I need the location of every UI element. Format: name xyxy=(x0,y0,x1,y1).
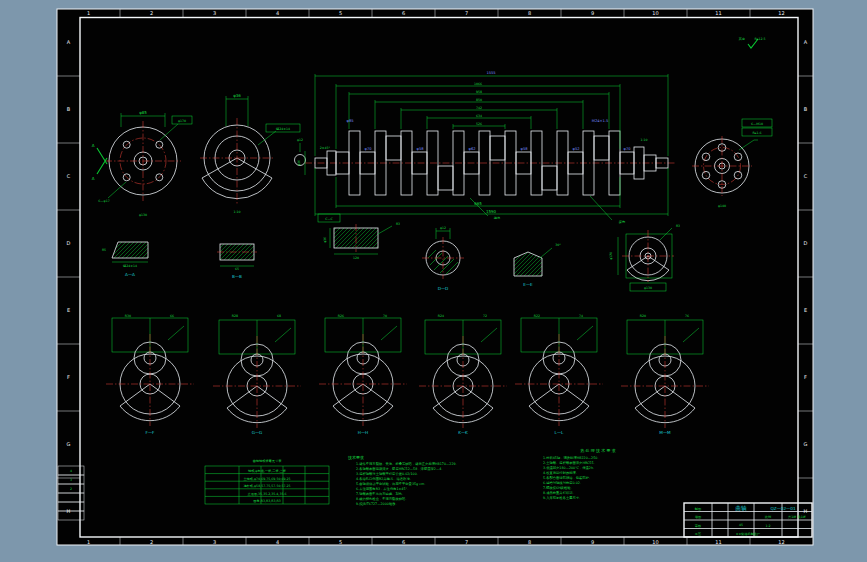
surface-mark-value: Ra12.5 xyxy=(754,37,765,41)
dim-label: 6—φ17 xyxy=(98,199,109,203)
table-row: 主轴颈,φ70,69.75,69.50,69.25 xyxy=(243,477,290,481)
dim-label: R30 xyxy=(125,314,131,318)
dim-label: 66 xyxy=(170,314,174,318)
note-line: 6.键槽对轴线对称度0.02。 xyxy=(543,481,583,485)
zone-label: G xyxy=(67,441,71,447)
zone-label: 6 xyxy=(402,539,405,545)
zone-label: C xyxy=(67,173,71,179)
dim-label: 634 xyxy=(476,114,482,118)
section-label: K—K xyxy=(458,430,468,435)
table-row: 连杆颈,φ58,57.75,57.50,57.25 xyxy=(243,484,290,488)
note-line: 8.磁力探伤检查，不得有裂纹缺陷。 xyxy=(356,496,409,501)
note-line: 1.材料45钢，调质处理HB220—250。 xyxy=(543,455,601,460)
dim-label: φ70 xyxy=(624,147,632,151)
note-line: 5.曲轴须做动平衡试验，许用不平衡量35g·cm。 xyxy=(356,482,428,486)
dim-label: R22 xyxy=(534,314,540,318)
dim-label: φ36 xyxy=(323,237,327,243)
dim-label: 65 xyxy=(235,267,239,271)
dim-label: 抛光 xyxy=(494,216,501,220)
surface-mark-label: 其余 xyxy=(739,37,746,41)
scale-label: 比例 xyxy=(765,515,771,519)
dim-label: 958 xyxy=(476,90,482,94)
zone-label: F xyxy=(804,374,807,380)
note-line: 7.螺纹按6H级检验。 xyxy=(543,485,574,490)
table-header-row: 轴颈,φ标准,一修,二修,三修 xyxy=(248,469,287,473)
dim-label: 70 xyxy=(383,314,387,318)
dim-label: φ36 xyxy=(233,93,241,98)
zone-label: 1 xyxy=(87,539,90,545)
dim-label: 72 xyxy=(483,314,487,318)
dim-label: R26 xyxy=(338,314,344,318)
zone-label: A xyxy=(804,39,808,45)
dim-label: φ12 xyxy=(297,138,303,142)
zone-label: 4 xyxy=(276,539,279,545)
zone-label: H xyxy=(804,508,808,514)
dim-label: R28 xyxy=(232,314,238,318)
zone-label: 11 xyxy=(715,539,721,545)
titleblock-role: 审核 xyxy=(695,524,702,528)
dim-label: φ140 xyxy=(718,204,726,208)
dim-label: φ58 xyxy=(521,147,529,151)
zone-label: B xyxy=(804,106,808,112)
dim-label: φ62 xyxy=(469,147,476,151)
note-line: 2.各轴颈表面高频淬火，硬度HRC52—58，淬硬层深2—4。 xyxy=(356,466,445,471)
note-line: 4.各油孔口倒圆R2并抛光，油道吹净。 xyxy=(356,476,413,481)
zone-label: 11 xyxy=(715,10,721,16)
dim-label: 742 xyxy=(476,106,482,110)
dim-label: R24 xyxy=(438,314,444,318)
section-label: H—H xyxy=(358,430,369,435)
mini-row-label: 4 xyxy=(70,469,72,473)
dim-label: 1555 xyxy=(486,71,495,75)
table-title: 曲轴轴颈修磨尺寸表 xyxy=(253,459,283,463)
zone-label: 8 xyxy=(528,539,531,545)
note-line: 9.入库前复检各主要尺寸。 xyxy=(543,495,582,500)
zone-label: 7 xyxy=(465,539,468,545)
dim-label: 120 xyxy=(353,256,359,260)
section-label: L—L xyxy=(555,430,565,435)
zone-label: 9 xyxy=(591,10,594,16)
zone-label: A xyxy=(67,39,71,45)
dim-label: 6—M10 xyxy=(751,122,763,126)
titleblock-role: 描图 xyxy=(695,515,701,519)
dim-label: 1:10 xyxy=(640,138,647,142)
dim-label: 2×45° xyxy=(320,146,331,150)
dim-label: φ130 xyxy=(644,286,652,290)
mini-row-label: 3 xyxy=(70,478,72,482)
dim-label: R3 xyxy=(396,222,400,226)
note-line: 2.主轴颈、连杆颈表面淬火HRC55。 xyxy=(543,460,597,465)
zone-label: C xyxy=(804,173,808,179)
section-label: B—B xyxy=(232,274,242,279)
note-line: 7.轴颈表面不允许有磕碰、划伤。 xyxy=(356,491,405,496)
section-label: M—M xyxy=(659,430,671,435)
note-line: 1.锻件不得有裂纹、夹渣、折叠等缺陷，锻后正火处理HB170—229。 xyxy=(356,461,459,466)
dim-label: φ36 xyxy=(297,160,301,166)
zone-label: 10 xyxy=(652,10,658,16)
zone-label: E xyxy=(804,307,807,313)
zone-label: 1 xyxy=(87,10,90,16)
dim-label: Ra1.6 xyxy=(752,131,761,135)
dim-label: φ70 xyxy=(365,147,373,151)
notes-heading: 热 处 理 技 术 要 求 xyxy=(580,448,616,453)
zone-label: D xyxy=(804,240,808,246)
dim-label: 850 xyxy=(476,98,482,102)
zone-label: F xyxy=(67,374,70,380)
zone-label: 12 xyxy=(778,539,784,545)
dim-label: R20 xyxy=(640,314,646,318)
table-row: 止推面,35,35.2,35.4,35.6 xyxy=(248,492,287,496)
note-line: 8.成品称重并打印记。 xyxy=(543,490,576,495)
zone-label: G xyxy=(804,441,808,447)
cad-drawing-canvas: 1 2 3 4 5 6 7 8 9 10 11 12 1 2 3 4 5 6 7… xyxy=(0,0,867,562)
section-label: A—A xyxy=(125,272,135,277)
dim-label: φ52 xyxy=(573,147,580,151)
dim-label: φ85 xyxy=(347,119,354,123)
mini-row-label: 2 xyxy=(70,487,72,491)
cad-viewport: 1 2 3 4 5 6 7 8 9 10 11 12 1 2 3 4 5 6 7… xyxy=(0,0,867,562)
company-name: ××柴油机制造厂 xyxy=(736,532,761,536)
section-label: D—D xyxy=(438,286,449,291)
zone-label: 8 xyxy=(528,10,531,16)
dim-label: φ170 xyxy=(178,119,186,123)
dim-label: M24×1.5 xyxy=(592,119,608,123)
dim-label: R5 xyxy=(102,248,106,252)
dim-label: φ12 xyxy=(440,226,446,230)
zone-label: 5 xyxy=(339,539,342,545)
